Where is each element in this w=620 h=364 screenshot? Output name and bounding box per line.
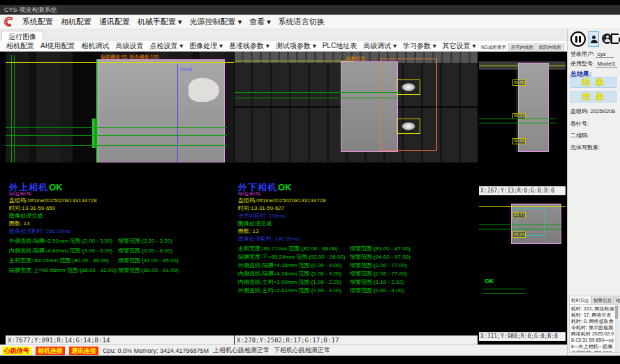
baseline [479, 119, 556, 119]
menu-camera-config[interactable]: 相机配置 [61, 17, 91, 27]
tool-advanced-debug[interactable]: 高级调试 ▾ [363, 41, 397, 51]
upper-camera-view: 93.88 锯齿阈值:93, 咬合阈值:100 外上相机OK NG位:BYTE … [6, 52, 234, 344]
measurement-row: 主料宽度=83.77mm 范围:(82.00 - 88.00) 报警范围:(83… [238, 245, 481, 253]
log-text-area[interactable]: 耗时: 222, 网络检测耗时: 17, 网络分发耗时: 0, 网络提取命令耗时… [569, 304, 619, 353]
ai-overlay-label: AI标注区 [346, 55, 366, 62]
measurement-alarm: 报警范围:(1.10 - 2.10) [350, 278, 404, 287]
measurement-value: 外侧直线-隔膜=2.91mm 范围:(2.00 - 3.50) [9, 236, 112, 246]
reflection-spot [401, 83, 415, 91]
result-title: 外上相机OK [9, 181, 232, 192]
side-camera-image-bottom[interactable]: 83.77 95.24 OK [479, 195, 566, 332]
status-bar: 心跳信号 相机连接 通讯连接 Cpu: 0.0% Memory: 3424.41… [0, 344, 567, 356]
side-bottom-pixel-status: X:311;Y:980;R:0;G:0;B:0 [479, 332, 566, 341]
tool-baseline-params[interactable]: 基准线参数 ▾ [229, 41, 270, 51]
measurement-row: 隔膜宽度-下=95.24mm 范围:(93.00 - 98.00) 报警范围:(… [238, 253, 481, 261]
batch-code-value: 20250208 [590, 108, 615, 114]
measurement-value: 隔膜宽度-下=95.24mm 范围:(93.00 - 98.00) [238, 253, 346, 261]
measurement-value: 主料宽度=83.77mm 范围:(82.00 - 88.00) [238, 245, 338, 253]
model-label: 使用型号: [570, 61, 594, 67]
menu-system-config[interactable]: 系统配置 [22, 17, 53, 27]
needle-number-row: 卷针号: [570, 120, 589, 128]
lower-camera-image[interactable]: AI标注区 [235, 52, 478, 162]
pause-button[interactable] [570, 31, 586, 47]
measurement-row: 隔膜宽度-上=90.56mm 范围:(88.00 - 92.00) 报警范围:(… [9, 266, 237, 275]
model-value[interactable]: Model1 [596, 61, 617, 68]
measurement-value: 主料宽度=83.05mm 范围:(80.00 - 86.00) [9, 256, 109, 266]
title-bar: CYS-视觉检测系统 [0, 5, 620, 15]
upper-camera-heartbeat-text: 上相机心跳检测正常 [213, 346, 270, 355]
process-time-line: 图像处理耗时: 266.00ms [9, 227, 232, 235]
app-window: CYS-视觉检测系统 系统配置 相机配置 通讯配置 机械手配置 ▾ 光源控制配置… [0, 0, 620, 364]
tab-all-inline[interactable]: 所有内线图 [509, 43, 537, 52]
tool-camera-debug[interactable]: 相机调试 [81, 41, 109, 51]
tab-ng-image[interactable]: NG成图显示 [479, 43, 509, 52]
turns-line: 圈数: 13 [238, 227, 462, 235]
process-time-line: 图像处理耗时: 140.00ms [238, 235, 462, 243]
tool-test-params[interactable]: 测试项参数 ▾ [276, 41, 316, 51]
baseline [483, 289, 525, 289]
side-views-column: NG成图显示 所有内线图 底部内线图 93.88 95.24 90.56 X:2… [479, 43, 566, 344]
side-top-pixel-status: X:267;Y:13;R:0;G:0;B:0 [479, 186, 566, 195]
measurement-value: 隔膜宽度-上=90.56mm 范围:(88.00 - 92.00) [9, 266, 117, 275]
side-camera-image-top[interactable]: 93.88 95.24 90.56 [479, 52, 566, 186]
baseline [235, 98, 399, 98]
upper-camera-image[interactable]: 93.88 锯齿阈值:93, 咬合阈值:100 [6, 52, 234, 162]
menu-robot-config[interactable]: 机械手配置 ▾ [138, 17, 182, 27]
menu-language-switch[interactable]: 系统语言切换 [279, 17, 325, 27]
measurement-row: 外侧直线-主料=2.61mm 范围:(0.60 - 4.00) 报警范围:(0.… [238, 287, 481, 295]
login-user-row: 登录用户: cys [570, 50, 614, 58]
upper-pixel-status: X:7677;Y:891;R:14;G:14;B:14 [6, 335, 234, 344]
measurement-alarm: 报警范围:(2.00 - 77.00) [350, 270, 407, 278]
turns-line: 圈数: 13 [9, 220, 232, 227]
tool-image-processing[interactable]: 图像处理 ▾ [189, 41, 223, 51]
camera-name: 外下相机 [238, 182, 277, 192]
tab-bottom-inline[interactable]: 底部内线图 [536, 43, 564, 52]
window-title: CYS-视觉检测系统 [4, 6, 57, 13]
comm-connection-badge: 通讯连接 [69, 347, 98, 355]
pause-icon [575, 36, 577, 43]
measure-line [177, 64, 178, 162]
tool-spot-check[interactable]: 点检设置 ▾ [149, 41, 183, 51]
measurement-alarm: 报警范围:(0.60 - 4.00) [350, 287, 404, 295]
user-button[interactable] [589, 31, 599, 47]
login-user-value[interactable]: cys [596, 51, 614, 58]
tab-error-log[interactable]: 错误信息 [614, 296, 620, 304]
lower-measurements: 主料宽度=83.77mm 范围:(82.00 - 88.00) 报警范围:(83… [238, 245, 481, 295]
exit-button[interactable] [611, 33, 619, 44]
tab-alarm-log[interactable]: 报警信息 [591, 296, 614, 304]
measurement-row: 外侧直线-隔膜=4.38mm 范围:(0.00 - 9.00) 报警范围:(2.… [238, 261, 481, 270]
measurement-row: 内侧直线-隔膜=4.38mm 范围:(0.00 - 9.00) 报警范围:(2.… [238, 270, 481, 278]
measurement-row: 外侧直线-隔膜=2.91mm 范围:(2.00 - 3.50) 报警范围:(2.… [9, 236, 237, 246]
measurement-value: 外侧直线-主料=2.61mm 范围:(0.60 - 4.00) [238, 287, 341, 295]
measurement-alarm: 报警范围:(94.00 - 97.00) [350, 253, 411, 261]
tool-learning-params[interactable]: 学习参数 ▾ [403, 41, 436, 51]
log-scrollbar[interactable] [615, 305, 618, 352]
measure-tag: 90.56 [512, 138, 526, 144]
menu-view[interactable]: 查看 ▾ [249, 17, 271, 27]
tool-ai-config[interactable]: AI使用配置 [40, 41, 75, 51]
log-scrollbar-thumb[interactable] [615, 306, 618, 319]
upper-measurements: 外侧直线-隔膜=2.91mm 范围:(2.00 - 3.50) 报警范围:(2.… [9, 236, 237, 275]
measurement-row: 主料宽度=83.05mm 范围:(80.00 - 86.00) 报警范围:(81… [9, 256, 237, 266]
measurement-row: 内侧直线-隔膜=4.60mm 范围:(3.00 - 6.00) 报警范围:(0.… [9, 246, 237, 256]
measurement-value: 内侧直线-隔膜=4.38mm 范围:(0.00 - 9.00) [238, 270, 341, 278]
tool-other-settings[interactable]: 其它设置 ▾ [443, 41, 476, 51]
log-tabs: 耗时日志 报警信息 错误信息 [569, 296, 619, 304]
baseline [6, 127, 227, 128]
upper-result-block: 外上相机OK NG位:BYTE 盘组码:0ff1ine2025020813313… [9, 181, 232, 235]
menu-light-config[interactable]: 光源控制配置 ▾ [190, 17, 242, 27]
lower-result-block: 外下相机OK NG位:BYTE 盘组码:0ff1ine2025020813313… [238, 181, 462, 243]
baseline [479, 225, 561, 225]
result-ok: OK [49, 182, 63, 192]
tool-plc-address[interactable]: PLC地址表 [323, 41, 357, 51]
measurement-value: 内侧直线-隔膜=4.60mm 范围:(3.00 - 6.00) [9, 246, 112, 256]
tool-advanced-settings[interactable]: 高级设置 [115, 41, 143, 51]
ai-time-line: 使用AI耗时: 156ms [238, 212, 462, 220]
tool-camera-config[interactable]: 相机配置 [6, 41, 34, 51]
edge-marker [92, 119, 96, 148]
batch-code-line: 盘组码:0ff1ine20250208133134728 [9, 197, 232, 204]
tab-time-log[interactable]: 耗时日志 [569, 296, 591, 304]
menu-comm-config[interactable]: 通讯配置 [99, 17, 130, 27]
laser-line [235, 61, 353, 61]
measure-label: 93.88 [180, 67, 193, 72]
